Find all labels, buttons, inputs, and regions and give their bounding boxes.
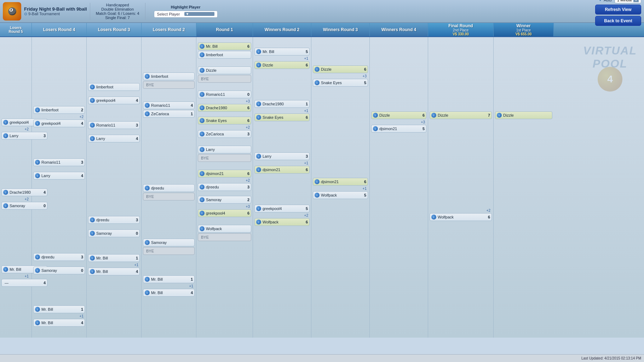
player-score: 6 — [361, 180, 366, 184]
score-diff: +1 — [313, 186, 368, 191]
player-card[interactable]: i Drache1980 6 — [198, 104, 251, 112]
player-card[interactable]: i Wolfpack 6 — [430, 213, 492, 221]
player-card[interactable]: i Wolfpack — [198, 225, 251, 233]
player-select-dropdown[interactable]: Select Player ▼ — [154, 11, 218, 18]
player-card[interactable]: i limberfoot — [88, 83, 140, 91]
player-card[interactable]: i Mr. Bill 4 — [143, 289, 195, 297]
player-name: Snake Eyes — [321, 81, 360, 85]
match-w2-4: i greekpool4 5 +2 i Wolfpack 6 — [254, 205, 310, 226]
score-diff: +1 — [254, 109, 310, 113]
player-score: 6 — [245, 171, 249, 176]
player-name: Larry — [206, 147, 243, 152]
player-card[interactable]: i djsimon21 6 — [198, 170, 251, 177]
player-card[interactable]: i Mr. Bill 1 — [88, 254, 140, 262]
player-card[interactable]: i djreedu 3 — [198, 183, 251, 191]
player-card[interactable]: i Wolfpack 5 — [313, 191, 368, 199]
player-card[interactable]: i Dizzle 6 — [313, 65, 368, 73]
player-card[interactable]: i djreedu — [143, 184, 195, 192]
player-card[interactable]: i Larry 3 — [254, 152, 310, 160]
player-score: 6 — [303, 220, 308, 224]
player-icon: i — [315, 80, 320, 85]
player-card[interactable]: i Drache1980 1 — [254, 100, 310, 108]
player-card[interactable]: i Samoray 2 — [198, 196, 251, 204]
score-diff: +3 — [198, 204, 251, 209]
player-score: 4 — [133, 98, 138, 103]
player-card[interactable]: i Mr. Bill 6 — [198, 42, 251, 50]
player-name: greekpool4 — [41, 121, 77, 125]
player-card[interactable]: i Dizzle — [198, 66, 251, 74]
back-button[interactable]: Back to Event — [595, 16, 641, 26]
winner-name: Dizzle — [503, 113, 551, 117]
player-icon: i — [35, 307, 40, 312]
interval-select[interactable]: 1 Minute ▼ — [615, 0, 641, 3]
match-r1-6: i djsimon21 6 +2 i djreedu 3 — [198, 170, 251, 191]
player-card[interactable]: i Samoray 0 — [33, 267, 85, 274]
player-name: Romario11 — [96, 123, 132, 127]
event-title: Friday Night 9-Ball with 9ball — [24, 6, 87, 12]
player-card[interactable]: i ZeCarioca 1 — [143, 110, 195, 118]
player-score: 3 — [133, 123, 138, 127]
player-card[interactable]: i Samoray — [143, 239, 195, 246]
player-card[interactable]: i Wolfpack 6 — [254, 218, 310, 226]
player-card[interactable]: i Dizzle 7 — [430, 111, 492, 119]
player-card[interactable]: i djsimon21 6 — [254, 166, 310, 174]
player-card[interactable]: i Snake Eyes 5 — [313, 79, 368, 87]
player-card[interactable]: i Dizzle 6 — [254, 61, 310, 69]
player-icon: i — [256, 167, 261, 172]
player-icon: i — [256, 115, 261, 120]
player-name: Wolfpack — [321, 193, 360, 197]
score-diff: +2 — [1, 127, 30, 132]
player-name: limberfoot — [151, 74, 186, 78]
player-card[interactable]: i Dizzle 6 — [371, 111, 426, 119]
player-card[interactable]: i Romario11 4 — [143, 101, 195, 109]
player-card[interactable]: i Mr. Bill 1 — [143, 275, 195, 283]
player-card[interactable]: i Romario11 3 — [88, 121, 140, 129]
player-card[interactable]: i Larry 4 — [88, 135, 140, 142]
player-card[interactable]: i djreedu 3 — [33, 253, 85, 261]
player-card[interactable]: i djsimon21 6 — [313, 178, 368, 186]
winner-card[interactable]: i Dizzle — [495, 111, 552, 119]
player-card[interactable]: i greekpool4 5 — [254, 205, 310, 212]
player-icon: i — [3, 203, 8, 208]
player-score: 4 — [133, 136, 138, 141]
score-diff — [33, 167, 85, 172]
player-card[interactable]: i limberfoot — [143, 72, 195, 80]
player-card[interactable]: i djsimon21 5 — [371, 125, 426, 133]
player-card[interactable]: i greekpool4 4 — [33, 119, 85, 127]
refresh-button[interactable]: Refresh View — [595, 5, 641, 14]
player-icon: i — [35, 107, 40, 112]
player-card[interactable]: i Mr. Bill 4 — [88, 268, 140, 275]
score-diff — [88, 92, 140, 97]
player-card[interactable]: i Mr. Bill 1 — [33, 305, 85, 313]
col-losers5: i greekpool4 4 +2 i Larry 3 i Drache1980… — [0, 37, 32, 338]
player-card[interactable]: i limberfoot 2 — [33, 106, 85, 114]
player-card[interactable]: i greekpool4 4 — [88, 97, 140, 104]
round-header-losers2: Losers Round 2 — [142, 23, 196, 36]
col-winner: i Dizzle — [494, 37, 554, 338]
player-icon: i — [90, 98, 95, 103]
player-name: Mr. Bill — [41, 321, 77, 325]
player-icon: i — [200, 211, 205, 216]
match-r1-7: i Samoray 2 +3 i greekpool4 6 — [198, 196, 251, 217]
player-card[interactable]: i limberfoot — [198, 51, 251, 59]
player-card[interactable]: i Romario11 0 — [198, 90, 251, 98]
player-score: 4 — [133, 269, 138, 274]
player-icon: i — [200, 92, 205, 97]
player-card[interactable]: i Larry — [198, 146, 251, 153]
player-card[interactable]: i Snake Eyes 6 — [254, 113, 310, 121]
player-card[interactable]: i greekpool4 6 — [198, 209, 251, 217]
player-card[interactable]: i Larry 4 — [33, 172, 85, 180]
bye-card: BYE — [198, 233, 251, 241]
player-score: 0 — [245, 92, 249, 97]
player-card[interactable]: i ZeCarioca 3 — [198, 130, 251, 138]
player-icon: i — [256, 101, 261, 106]
player-card[interactable]: i Snake Eyes 6 — [198, 117, 251, 124]
player-name: djsimon21 — [206, 171, 243, 176]
player-card[interactable]: i Mr. Bill 4 — [33, 319, 85, 327]
player-icon: i — [145, 186, 150, 191]
player-card[interactable]: i Samoray 0 — [88, 229, 140, 237]
player-card[interactable]: i Romario11 3 — [33, 158, 85, 166]
player-card[interactable]: i Mr. Bill 5 — [254, 48, 310, 56]
player-score: 6 — [485, 215, 490, 219]
player-card[interactable]: i djreedu 3 — [88, 216, 140, 224]
